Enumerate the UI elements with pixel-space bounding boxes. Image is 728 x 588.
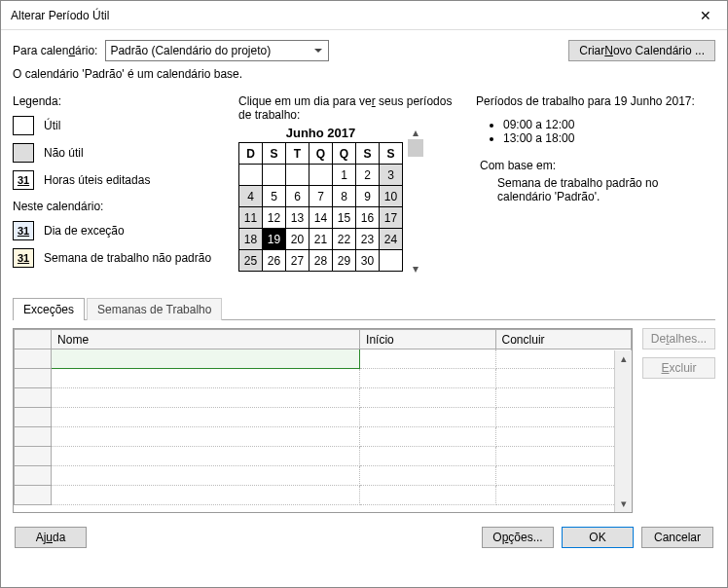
cal-day[interactable]: 9	[356, 186, 380, 207]
scroll-down-icon[interactable]: ▾	[407, 262, 424, 276]
cal-day[interactable]: 18	[239, 229, 263, 250]
cancel-button[interactable]: Cancelar	[641, 527, 713, 548]
legend-util-label: Útil	[44, 119, 60, 132]
cal-day[interactable]	[286, 165, 309, 186]
cal-day[interactable]: 29	[333, 250, 356, 272]
cal-day[interactable]: 21	[309, 229, 333, 250]
grid-cell[interactable]	[52, 466, 360, 486]
cal-day[interactable]: 17	[380, 207, 403, 229]
cal-day[interactable]: 3	[380, 165, 403, 186]
cal-day[interactable]: 13	[286, 207, 309, 229]
dialog-window: Alterar Período Útil ✕ Para calendário: …	[0, 0, 728, 588]
calendar-grid[interactable]: D S T Q Q S S 1 2	[238, 142, 403, 272]
grid-header-inicio[interactable]: Início	[360, 330, 495, 349]
grid-cell[interactable]	[52, 369, 360, 388]
cal-head-3: Q	[309, 143, 333, 165]
cal-day[interactable]: 26	[263, 250, 286, 272]
cal-day[interactable]: 15	[333, 207, 356, 229]
grid-rowhead[interactable]	[15, 349, 52, 369]
grid-cell-inicio[interactable]	[360, 349, 495, 369]
grid-rowhead[interactable]	[15, 427, 52, 447]
scroll-thumb[interactable]	[408, 139, 423, 157]
cal-day[interactable]: 11	[239, 207, 263, 229]
delete-button[interactable]: Excluir	[642, 357, 715, 379]
cal-day[interactable]: 5	[263, 186, 286, 207]
cal-day[interactable]	[309, 165, 333, 186]
grid-cell[interactable]	[52, 486, 360, 505]
scroll-up-icon[interactable]: ▴	[619, 350, 629, 367]
cal-day[interactable]	[239, 165, 263, 186]
grid-cell[interactable]	[52, 388, 360, 408]
cal-day[interactable]: 22	[333, 229, 356, 250]
cal-day-selected[interactable]: 19	[263, 229, 286, 250]
close-button[interactable]: ✕	[683, 1, 727, 29]
grid-cell[interactable]	[360, 408, 495, 427]
cal-day[interactable]: 20	[286, 229, 309, 250]
details-button[interactable]: Detalhes...	[642, 328, 715, 349]
grid-cell[interactable]	[360, 427, 495, 447]
grid-cell[interactable]	[495, 466, 631, 486]
cal-day[interactable]: 25	[239, 250, 263, 272]
grid-cell[interactable]	[495, 427, 631, 447]
grid-cell[interactable]	[495, 388, 631, 408]
cal-day[interactable]: 4	[239, 186, 263, 207]
grid-cell[interactable]	[495, 447, 631, 466]
help-button[interactable]: Ajuda	[15, 527, 87, 548]
grid-scrollbar[interactable]: ▴ ▾	[614, 350, 632, 512]
cal-day[interactable]: 16	[356, 207, 380, 229]
grid-cell[interactable]	[360, 447, 495, 466]
grid-cell-concluir[interactable]	[495, 349, 631, 369]
grid-header-concluir[interactable]: Concluir	[495, 330, 631, 349]
exceptions-grid-wrap: Nome Início Concluir ▴ ▾	[13, 328, 633, 513]
scroll-down-icon[interactable]: ▾	[619, 496, 629, 512]
cal-day[interactable]: 2	[356, 165, 380, 186]
grid-rowhead[interactable]	[15, 388, 52, 408]
legend-subtitle: Neste calendário:	[13, 200, 217, 213]
grid-header-nome[interactable]: Nome	[52, 330, 360, 349]
grid-cell[interactable]	[52, 408, 360, 427]
tab-excecoes[interactable]: Exceções	[13, 298, 85, 320]
cal-day[interactable]: 7	[309, 186, 333, 207]
workperiods-panel: Períodos de trabalho para 19 Junho 2017:…	[476, 94, 715, 276]
grid-cell[interactable]	[52, 447, 360, 466]
legend-util: Útil	[13, 116, 217, 135]
cal-day[interactable]: 10	[380, 186, 403, 207]
grid-cell[interactable]	[495, 369, 631, 388]
cal-day[interactable]: 23	[356, 229, 380, 250]
grid-cell[interactable]	[360, 486, 495, 505]
legend-dia-excecao-swatch: 31	[13, 221, 34, 240]
options-button[interactable]: Opções...	[482, 527, 554, 548]
grid-cell[interactable]	[360, 369, 495, 388]
grid-cell-nome[interactable]	[52, 349, 360, 369]
grid-rowhead[interactable]	[15, 466, 52, 486]
cal-day[interactable]: 24	[380, 229, 403, 250]
calendar-combo[interactable]: Padrão (Calendário do projeto)	[105, 40, 329, 61]
cal-day[interactable]: 27	[286, 250, 309, 272]
grid-cell[interactable]	[52, 427, 360, 447]
tab-semanas[interactable]: Semanas de Trabalho	[87, 298, 222, 320]
grid-rowhead[interactable]	[15, 408, 52, 427]
cal-day[interactable]: 6	[286, 186, 309, 207]
cal-day[interactable]: 8	[333, 186, 356, 207]
cal-day[interactable]: 1	[333, 165, 356, 186]
scroll-up-icon[interactable]: ▴	[407, 126, 424, 139]
grid-rowhead[interactable]	[15, 369, 52, 388]
new-calendar-button[interactable]: Criar Novo Calendário ...	[568, 40, 715, 61]
cal-day[interactable]	[380, 250, 403, 272]
exceptions-grid[interactable]: Nome Início Concluir	[14, 329, 632, 505]
grid-cell[interactable]	[495, 408, 631, 427]
ok-button[interactable]: OK	[562, 527, 634, 548]
cal-head-2: T	[286, 143, 309, 165]
cal-day[interactable]: 12	[263, 207, 286, 229]
calendar-scrollbar[interactable]: ▴ ▾	[407, 126, 424, 276]
cal-day[interactable]: 28	[309, 250, 333, 272]
grid-cell[interactable]	[360, 466, 495, 486]
cal-day[interactable]: 30	[356, 250, 380, 272]
exceptions-area: Nome Início Concluir ▴ ▾	[13, 328, 715, 513]
cal-day[interactable]	[263, 165, 286, 186]
grid-rowhead[interactable]	[15, 486, 52, 505]
cal-day[interactable]: 14	[309, 207, 333, 229]
grid-rowhead[interactable]	[15, 447, 52, 466]
grid-cell[interactable]	[495, 486, 631, 505]
grid-cell[interactable]	[360, 388, 495, 408]
